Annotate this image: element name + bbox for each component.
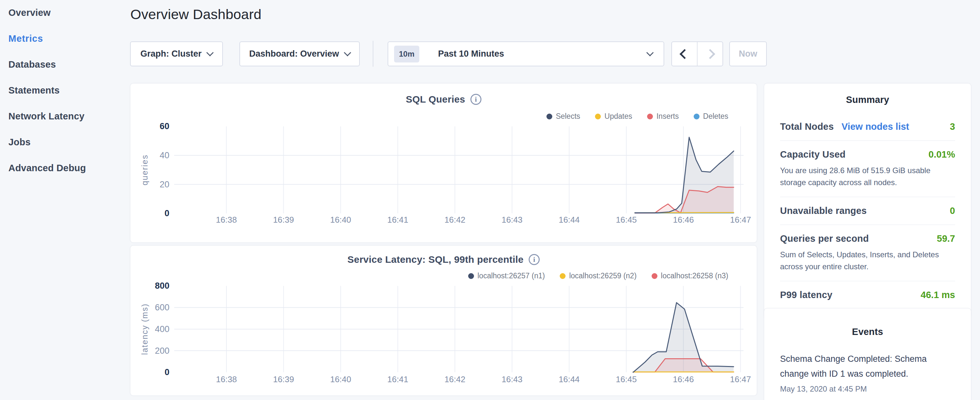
legend-item-inserts[interactable]: Inserts (647, 112, 679, 121)
time-range-selector[interactable]: 10m Past 10 Minutes (388, 41, 664, 66)
svg-text:16:40: 16:40 (330, 375, 352, 384)
svg-text:16:41: 16:41 (387, 375, 408, 384)
chart-legend: localhost:26257 (n1)localhost:26259 (n2)… (468, 271, 728, 280)
sidebar-item-metrics[interactable]: Metrics (8, 33, 129, 44)
graph-dropdown[interactable]: Graph: Cluster (130, 41, 223, 66)
info-icon[interactable]: i (529, 254, 540, 265)
legend-dot-icon (647, 113, 653, 120)
sidebar-item-advanced-debug[interactable]: Advanced Debug (8, 163, 129, 174)
time-range-badge: 10m (394, 46, 419, 62)
info-icon[interactable]: i (471, 94, 481, 105)
svg-text:16:38: 16:38 (216, 215, 237, 224)
svg-text:200: 200 (155, 346, 170, 356)
svg-text:600: 600 (155, 303, 170, 312)
chevron-down-icon (646, 49, 654, 56)
svg-text:16:44: 16:44 (559, 215, 580, 224)
svg-text:16:38: 16:38 (216, 375, 237, 384)
summary-row: Total NodesView nodes list3 (780, 113, 955, 140)
events-title: Events (780, 327, 955, 337)
legend-item-updates[interactable]: Updates (595, 112, 632, 121)
legend-dot-icon (560, 273, 566, 279)
legend-dot-icon (546, 113, 552, 120)
service-latency-chart[interactable]: 16:3816:3916:4016:4116:4216:4316:4416:45… (130, 245, 757, 395)
summary-row: Capacity Used0.01%You are using 28.6 MiB… (780, 141, 955, 197)
summary-label: Queries per second (780, 233, 869, 244)
svg-text:16:43: 16:43 (501, 375, 522, 384)
sidebar-item-statements[interactable]: Statements (8, 85, 129, 96)
legend-label: localhost:26259 (n2) (569, 271, 636, 280)
summary-label: P99 latency (780, 290, 832, 300)
sidebar-item-jobs[interactable]: Jobs (8, 137, 129, 148)
legend-item-selects[interactable]: Selects (546, 112, 580, 121)
sql-queries-chart-card: 16:3816:3916:4016:4116:4216:4316:4416:45… (130, 83, 757, 243)
view-nodes-link[interactable]: View nodes list (842, 121, 909, 132)
legend-label: Inserts (657, 112, 679, 121)
summary-panel: Summary Total NodesView nodes list3Capac… (764, 83, 971, 319)
summary-value: 46.1 ms (921, 290, 955, 300)
chevron-down-icon (207, 49, 214, 56)
event-text: Schema Change Completed: Schema change w… (780, 351, 955, 381)
legend-item-localhost-26259-n2-[interactable]: localhost:26259 (n2) (560, 271, 636, 280)
next-time-button[interactable] (698, 42, 722, 66)
service-latency-chart-card: 16:3816:3916:4016:4116:4216:4316:4416:45… (130, 245, 757, 396)
legend-item-localhost-26258-n3-[interactable]: localhost:26258 (n3) (652, 271, 728, 280)
summary-row: Queries per second59.7Sum of Selects, Up… (780, 225, 955, 281)
summary-description: Sum of Selects, Updates, Inserts, and De… (780, 249, 955, 273)
now-button-label: Now (739, 49, 757, 59)
svg-text:16:46: 16:46 (673, 375, 694, 384)
summary-row: P99 latency46.1 ms (780, 281, 955, 309)
summary-label: Unavailable ranges (780, 206, 867, 216)
svg-text:16:39: 16:39 (273, 215, 294, 224)
svg-text:0: 0 (164, 209, 169, 218)
chevron-down-icon (344, 49, 351, 56)
legend-label: localhost:26258 (n3) (661, 271, 728, 280)
sidebar-item-overview[interactable]: Overview (8, 7, 129, 18)
chart-title: SQL Queries (406, 94, 465, 105)
svg-text:latency (ms): latency (ms) (140, 303, 149, 355)
dashboard-dropdown[interactable]: Dashboard: Overview (239, 41, 360, 66)
events-list: Schema Change Completed: Schema change w… (780, 351, 955, 394)
sidebar-item-network-latency[interactable]: Network Latency (8, 111, 129, 122)
svg-text:60: 60 (160, 121, 170, 131)
legend-dot-icon (652, 273, 657, 279)
svg-text:16:45: 16:45 (616, 375, 637, 384)
legend-label: Deletes (703, 112, 728, 121)
svg-text:16:42: 16:42 (445, 215, 466, 224)
legend-label: Updates (605, 112, 632, 121)
svg-text:16:45: 16:45 (616, 215, 637, 224)
legend-item-localhost-26257-n1-[interactable]: localhost:26257 (n1) (468, 271, 545, 280)
summary-value: 0 (950, 206, 955, 216)
svg-text:16:40: 16:40 (330, 215, 352, 224)
now-button[interactable]: Now (729, 41, 767, 66)
svg-text:16:42: 16:42 (445, 375, 466, 384)
svg-text:20: 20 (160, 180, 170, 189)
prev-time-button[interactable] (672, 42, 698, 66)
time-range-label: Past 10 Minutes (438, 49, 504, 59)
summary-row: Unavailable ranges0 (780, 197, 955, 225)
sidebar: OverviewMetricsDatabasesStatementsNetwor… (0, 0, 129, 400)
svg-text:0: 0 (165, 367, 170, 377)
legend-label: localhost:26257 (n1) (477, 271, 545, 280)
summary-label: Total Nodes (780, 121, 834, 132)
event-timestamp: May 13, 2020 at 4:45 PM (780, 384, 955, 394)
summary-description: You are using 28.6 MiB of 515.9 GiB usab… (780, 164, 955, 188)
summary-value: 0.01% (929, 149, 955, 160)
summary-label: Capacity Used (780, 149, 845, 160)
page-title: Overview Dashboard (130, 6, 261, 22)
svg-text:16:41: 16:41 (387, 215, 408, 224)
summary-value: 3 (950, 121, 955, 132)
chevron-left-icon (679, 49, 689, 59)
legend-item-deletes[interactable]: Deletes (694, 112, 728, 121)
svg-text:16:43: 16:43 (501, 215, 522, 224)
legend-dot-icon (468, 273, 474, 279)
summary-rows: Total NodesView nodes list3Capacity Used… (780, 113, 955, 309)
sql-queries-chart[interactable]: 16:3816:3916:4016:4116:4216:4316:4416:45… (130, 83, 757, 242)
summary-value: 59.7 (937, 233, 955, 244)
graph-dropdown-label: Graph: Cluster (140, 49, 202, 59)
sidebar-item-databases[interactable]: Databases (8, 59, 129, 70)
chart-title: Service Latency: SQL, 99th percentile (347, 254, 523, 265)
svg-text:800: 800 (155, 281, 170, 291)
svg-text:16:39: 16:39 (273, 375, 294, 384)
chart-legend: SelectsUpdatesInsertsDeletes (546, 112, 728, 121)
event-item[interactable]: Schema Change Completed: Schema change w… (780, 351, 955, 394)
